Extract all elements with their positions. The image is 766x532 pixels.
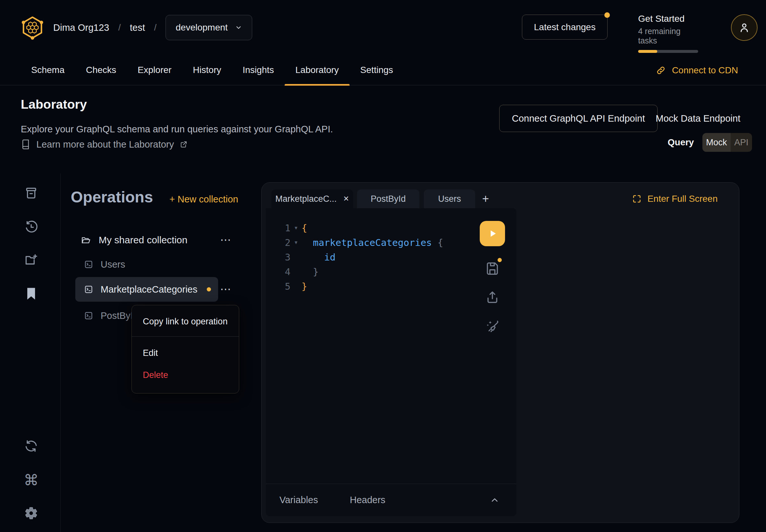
operation-menu-button[interactable]: ⋯ xyxy=(220,284,232,295)
format-code-button[interactable] xyxy=(485,319,500,334)
code-token: id xyxy=(301,252,335,263)
folder-add-icon xyxy=(24,252,38,267)
collection-menu-button[interactable]: ⋯ xyxy=(220,234,232,245)
menu-item-copy-link[interactable]: Copy link to operation xyxy=(132,311,239,332)
query-mode-api[interactable]: API xyxy=(731,133,752,152)
get-started-widget[interactable]: Get Started 4 remaining tasks xyxy=(638,14,700,53)
code-editor[interactable]: 1 ▾ { 2 ▾ marketplaceCategories { 3 id xyxy=(266,208,517,484)
mock-data-endpoint-button[interactable]: Mock Data Endpoint xyxy=(656,105,740,132)
fold-arrow-icon[interactable]: ▾ xyxy=(290,239,301,246)
unsaved-changes-dot xyxy=(498,258,502,262)
get-started-subtitle: 4 remaining tasks xyxy=(638,27,700,45)
tab-checks[interactable]: Checks xyxy=(75,55,127,85)
sync-schema-button[interactable] xyxy=(23,438,39,454)
operation-icon xyxy=(84,284,93,294)
latest-changes-label: Latest changes xyxy=(534,22,596,32)
line-number: 4 xyxy=(279,266,290,277)
editor-tab-postbyid[interactable]: PostById xyxy=(357,189,420,208)
chevron-down-icon xyxy=(235,24,242,31)
editor-footer: Variables Headers xyxy=(266,484,517,516)
page-description: Explore your GraphQL schema and run quer… xyxy=(21,124,333,135)
enter-fullscreen-label: Enter Full Screen xyxy=(648,194,718,204)
line-number: 5 xyxy=(279,281,290,292)
broom-sparkles-icon xyxy=(485,319,500,334)
editor-tab-marketplacecategories[interactable]: MarketplaceC... ✕ xyxy=(271,189,353,208)
tab-explorer[interactable]: Explorer xyxy=(127,55,182,85)
keyboard-shortcuts-button[interactable]: ⌘ xyxy=(23,472,39,488)
operations-title: Operations xyxy=(71,188,153,206)
link-icon xyxy=(656,65,666,76)
chevron-up-icon xyxy=(490,495,500,505)
archive-icon xyxy=(24,186,38,200)
command-icon: ⌘ xyxy=(24,473,39,488)
variables-tab[interactable]: Variables xyxy=(279,495,318,505)
line-number: 2 xyxy=(279,237,290,248)
get-started-title: Get Started xyxy=(638,14,700,24)
query-mode-mock[interactable]: Mock xyxy=(702,133,731,152)
add-tab-button[interactable]: + xyxy=(475,192,496,206)
editor-tab-label: PostById xyxy=(371,194,406,204)
operation-editor: 1 ▾ { 2 ▾ marketplaceCategories { 3 id xyxy=(266,208,517,516)
line-number: 1 xyxy=(279,223,290,234)
documentation-button[interactable] xyxy=(23,185,39,201)
operation-context-menu: Copy link to operation Edit Delete xyxy=(131,305,239,393)
variant-selector-value: development xyxy=(176,22,227,33)
close-icon[interactable]: ✕ xyxy=(343,195,349,203)
tab-insights[interactable]: Insights xyxy=(232,55,285,85)
code-token: marketplaceCategories xyxy=(301,237,438,248)
tab-schema[interactable]: Schema xyxy=(20,55,75,85)
line-number: 3 xyxy=(279,252,290,263)
editor-actions xyxy=(480,221,505,334)
app-window: Dima Org123 / test / development Latest … xyxy=(0,0,766,532)
headers-tab[interactable]: Headers xyxy=(350,495,386,505)
editor-tab-users[interactable]: Users xyxy=(424,189,475,208)
variant-selector[interactable]: development xyxy=(165,15,252,40)
add-collection-button[interactable] xyxy=(23,252,39,267)
breadcrumb-graph[interactable]: test xyxy=(130,22,145,33)
breadcrumb-org[interactable]: Dima Org123 xyxy=(53,22,109,33)
user-avatar[interactable] xyxy=(731,14,758,41)
tab-history[interactable]: History xyxy=(182,55,232,85)
settings-button[interactable] xyxy=(23,505,39,521)
operation-item-users[interactable]: Users xyxy=(75,255,218,274)
editor-tab-label: Users xyxy=(438,194,461,204)
editor-tabs: MarketplaceC... ✕ PostById Users + xyxy=(271,189,496,208)
code-token: } xyxy=(301,281,307,292)
learn-more-link[interactable]: Learn more about the Laboratory xyxy=(21,139,188,150)
breadcrumb-separator: / xyxy=(154,23,157,33)
enter-fullscreen-button[interactable]: Enter Full Screen xyxy=(632,194,718,204)
connect-to-cdn-label: Connect to CDN xyxy=(672,65,738,76)
notification-dot xyxy=(604,12,610,18)
response-pane xyxy=(517,208,735,515)
tab-laboratory[interactable]: Laboratory xyxy=(285,55,349,85)
run-query-button[interactable] xyxy=(480,221,505,246)
saved-operations-button[interactable] xyxy=(23,286,39,301)
folder-open-icon xyxy=(80,235,91,245)
operation-item-marketplacecategories[interactable]: MarketplaceCategories xyxy=(75,277,218,302)
gear-icon xyxy=(24,506,38,520)
latest-changes-button[interactable]: Latest changes xyxy=(522,15,608,40)
save-icon xyxy=(485,260,500,275)
query-mode-toggle: Mock API xyxy=(702,133,752,152)
person-icon xyxy=(738,21,751,34)
menu-item-edit[interactable]: Edit xyxy=(132,342,239,364)
collection-row[interactable]: My shared collection xyxy=(75,231,218,249)
breadcrumb-separator: / xyxy=(118,23,121,33)
fullscreen-icon xyxy=(632,194,642,204)
tab-settings[interactable]: Settings xyxy=(349,55,404,85)
operation-icon xyxy=(84,260,93,269)
rail-divider xyxy=(60,174,61,532)
graphos-logo-icon[interactable] xyxy=(20,15,45,40)
new-collection-link[interactable]: + New collection xyxy=(169,194,238,205)
connect-graphql-endpoint-button[interactable]: Connect GraphQL API Endpoint xyxy=(499,105,658,132)
external-link-icon xyxy=(180,140,188,148)
share-operation-button[interactable] xyxy=(485,290,500,305)
connect-to-cdn-link[interactable]: Connect to CDN xyxy=(656,55,738,85)
menu-item-delete[interactable]: Delete xyxy=(132,364,239,386)
collapse-footer-button[interactable] xyxy=(490,495,500,505)
fold-arrow-icon[interactable]: ▾ xyxy=(290,224,301,231)
editor-tab-label: MarketplaceC... xyxy=(275,194,336,204)
page-title: Laboratory xyxy=(21,97,87,112)
save-operation-button[interactable] xyxy=(485,260,500,275)
history-button[interactable] xyxy=(23,219,39,235)
